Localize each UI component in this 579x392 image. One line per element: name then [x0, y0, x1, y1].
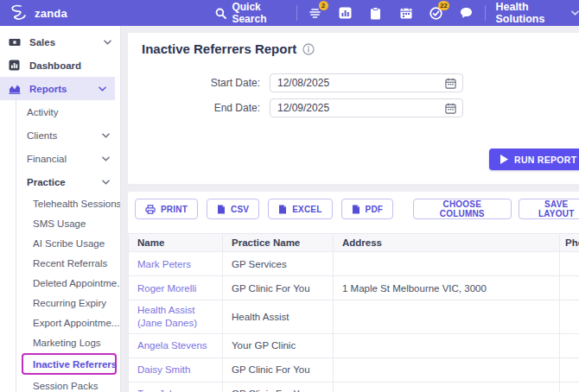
- calendar-icon[interactable]: [398, 5, 414, 21]
- sidebar-item-label: Dashboard: [29, 60, 111, 71]
- sidebar-item-financial[interactable]: Financial: [16, 147, 120, 170]
- start-date-row: Start Date: 12/08/2025: [142, 73, 579, 92]
- save-layout-button[interactable]: SAVE LAYOUT: [519, 199, 579, 219]
- report-criteria-panel: Inactive Referrers Report Start Date: 12…: [128, 33, 579, 184]
- chevron-down-icon: [99, 86, 106, 92]
- area-chart-icon: [9, 84, 21, 94]
- sidebar-item-recent-referrals[interactable]: Recent Referrals: [16, 253, 120, 273]
- sidebar-item-dashboard[interactable]: Dashboard: [0, 54, 120, 77]
- end-date-value: 12/09/2025: [277, 102, 329, 114]
- cell-address: [334, 382, 560, 392]
- cell-phone: [560, 300, 579, 334]
- sidebar-item-recurring-expiry[interactable]: Recurring Expiry: [16, 293, 120, 313]
- print-button[interactable]: PRINT: [135, 199, 198, 219]
- calendar-icon[interactable]: [445, 103, 456, 117]
- start-date-label: Start Date:: [142, 77, 270, 89]
- cell-name: Roger Morelli: [129, 276, 223, 300]
- sidebar-item-clients[interactable]: Clients: [16, 123, 120, 147]
- topbar-icons: 2: [308, 5, 474, 21]
- cell-practice: Health Assist: [223, 300, 334, 334]
- cell-phone: [560, 333, 579, 357]
- referrer-link[interactable]: Health Assist (Jane Danes): [137, 305, 197, 328]
- start-date-input[interactable]: 12/08/2025: [270, 73, 463, 92]
- play-icon: [500, 155, 508, 164]
- chat-icon[interactable]: [459, 5, 474, 21]
- table-row: Tom Johnson GP Clinic For You: [129, 382, 579, 392]
- sidebar-item-label: Reports: [29, 84, 99, 94]
- referrer-link[interactable]: Tom Johnson: [137, 389, 196, 392]
- run-report-button[interactable]: RUN REPORT: [489, 149, 579, 170]
- cell-name: Angela Stevens: [129, 333, 223, 357]
- sidebar-item-reports[interactable]: Reports: [0, 77, 115, 100]
- chevron-down-icon: [102, 156, 110, 161]
- referrer-link[interactable]: Daisy Smith: [137, 364, 190, 375]
- brand[interactable]: zanda: [0, 3, 148, 22]
- sidebar-item-session-packs[interactable]: Session Packs: [16, 376, 120, 392]
- table-row: Mark Peters GP Services: [129, 252, 579, 276]
- clipboard-icon[interactable]: [368, 5, 384, 21]
- quick-search-label: Quick Search: [232, 1, 285, 25]
- sidebar-item-activity[interactable]: Activity: [16, 100, 120, 123]
- cell-phone: [560, 276, 579, 300]
- cell-address: [334, 252, 560, 276]
- cell-practice: GP Services: [223, 252, 334, 276]
- sidebar-item-telehealth-sessions[interactable]: Telehealth Sessions: [16, 193, 120, 213]
- column-header-name[interactable]: Name: [129, 234, 223, 252]
- choose-columns-button[interactable]: CHOOSE COLUMNS: [413, 199, 512, 219]
- referrer-link[interactable]: Angela Stevens: [137, 340, 207, 351]
- sidebar-item-inactive-referrers[interactable]: Inactive Referrers: [22, 353, 117, 375]
- table-header-row: Name Practice Name Address Phone: [129, 234, 579, 252]
- sidebar-item-marketing-logs[interactable]: Marketing Logs: [16, 332, 120, 352]
- file-icon: [217, 205, 226, 214]
- cell-practice: GP Clinic For You: [223, 276, 334, 300]
- check-circle-icon[interactable]: 22: [429, 5, 444, 21]
- divider: [296, 5, 297, 21]
- csv-button[interactable]: CSV: [207, 199, 259, 219]
- layout-buttons: CHOOSE COLUMNS SAVE LAYOUT: [413, 199, 579, 219]
- page-title: Inactive Referrers Report: [142, 41, 296, 56]
- info-icon[interactable]: [302, 43, 315, 55]
- dashboard-icon: [9, 60, 21, 71]
- column-header-address[interactable]: Address: [334, 234, 560, 252]
- chevron-down-icon: [571, 10, 579, 16]
- account-menu[interactable]: Health Solutions: [495, 1, 579, 25]
- sidebar-item-ai-scribe-usage[interactable]: AI Scribe Usage: [16, 233, 120, 253]
- referrer-link[interactable]: Roger Morelli: [137, 283, 196, 294]
- sidebar-item-sales[interactable]: Sales: [0, 30, 120, 54]
- cell-address: 1 Maple St Melbourne VIC, 3000: [334, 276, 560, 300]
- sidebar-item-deleted-appointments[interactable]: Deleted Appointme...: [16, 273, 120, 293]
- table-row: Angela Stevens Your GP Clinic: [129, 333, 579, 357]
- cell-practice: GP Clinic For You: [223, 357, 334, 382]
- end-date-input[interactable]: 12/09/2025: [270, 98, 463, 117]
- cell-name: Health Assist (Jane Danes): [129, 300, 223, 334]
- sidebar-item-export-appointments[interactable]: Export Appointme...: [16, 313, 120, 332]
- cell-address: [334, 357, 560, 382]
- cell-name: Daisy Smith: [129, 357, 223, 382]
- sidebar-item-sms-usage[interactable]: SMS Usage: [16, 213, 120, 233]
- chevron-down-icon: [104, 40, 111, 45]
- end-date-label: End Date:: [142, 102, 270, 114]
- column-header-practice-name[interactable]: Practice Name: [223, 234, 334, 252]
- cell-address: [334, 333, 560, 357]
- referrer-link[interactable]: Mark Peters: [137, 259, 191, 269]
- cell-practice: Your GP Clinic: [223, 333, 334, 357]
- table-row: Health Assist (Jane Danes) Health Assist: [129, 300, 579, 334]
- column-header-phone[interactable]: Phone: [560, 234, 579, 252]
- file-icon: [352, 205, 360, 214]
- pdf-button[interactable]: PDF: [341, 199, 394, 219]
- cell-practice: GP Clinic For You: [223, 382, 334, 392]
- calendar-icon[interactable]: [445, 78, 456, 92]
- quick-search[interactable]: Quick Search: [215, 1, 285, 25]
- sidebar-item-practice[interactable]: Practice: [16, 170, 120, 193]
- toolbar: PRINT CSV EXCEL: [128, 199, 579, 221]
- waitlist-icon[interactable]: 2: [308, 5, 323, 21]
- topbar: zanda Quick Search 2: [0, 0, 579, 26]
- account-name: Health Solutions: [495, 1, 566, 25]
- search-icon: [215, 8, 226, 19]
- sidebar: Sales Dashboard Reports Activity Clients…: [0, 26, 121, 392]
- chevron-down-icon: [102, 133, 110, 138]
- report-results-panel: PRINT CSV EXCEL: [128, 192, 579, 392]
- table-row: Roger Morelli GP Clinic For You 1 Maple …: [129, 276, 579, 300]
- bar-chart-icon[interactable]: [338, 5, 353, 21]
- excel-button[interactable]: EXCEL: [268, 199, 332, 219]
